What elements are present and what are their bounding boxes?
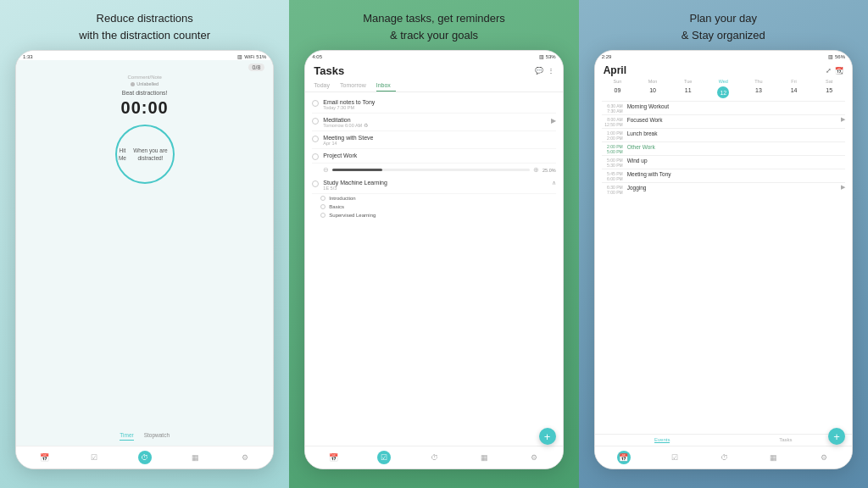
phone3: 2:29 ▥ 56% April ⤢ 📆 Sun Mon Tue <box>594 50 853 469</box>
panel3-title: Plan your day & Stay organized <box>666 0 781 50</box>
bottom-nav-1: 📅 ☑ ⏱ ▦ ⚙ <box>16 446 273 469</box>
fab-button[interactable]: + <box>539 428 556 445</box>
progress-pct: 25.0% <box>542 168 556 173</box>
task-checkbox[interactable] <box>312 180 319 187</box>
nav-calendar-icon[interactable]: 📅 <box>328 452 340 463</box>
tab-today[interactable]: Today <box>314 80 335 92</box>
nav-settings-icon[interactable]: ⚙ <box>528 452 540 463</box>
task-checkbox[interactable] <box>312 100 319 107</box>
status-bar-2: 4:05 ▥ 53% <box>305 51 562 60</box>
tab-events[interactable]: Events <box>654 437 670 443</box>
panel-distraction: Reduce distractions with the distraction… <box>0 0 289 488</box>
task-item: Project Work <box>312 149 555 164</box>
timer-display: 00:00 <box>121 98 169 118</box>
beat-text: Beat distractions! <box>122 90 168 96</box>
cal-bottom-tabs: Events Tasks <box>595 434 852 446</box>
nav-stats-icon[interactable]: ▦ <box>479 452 491 463</box>
cal-event-row: 6:30 PM7:00 PM Jogging ▶ <box>602 182 845 196</box>
phone2: 4:05 ▥ 53% Tasks 💬 ⋮ Today Tomorrow Inbo… <box>304 50 563 469</box>
nav-settings-icon[interactable]: ⚙ <box>239 452 251 463</box>
cal-week-days: Sun Mon Tue Wed Thu Fri Sat <box>595 79 852 86</box>
bottom-nav-2: 📅 ☑ ⏱ ▦ ⚙ <box>305 446 562 469</box>
cal-event-row: 2:00 PM5:00 PM Other Work <box>602 141 845 155</box>
tasks-tabs: Today Tomorrow Inbox <box>305 80 562 92</box>
progress-row: ⊖ ⊕ 25.0% <box>323 164 555 176</box>
cal-event-row: 6:30 AM7:30 AM Morning Workout <box>602 101 845 114</box>
subtask-checkbox[interactable] <box>320 204 326 209</box>
calendar-icon[interactable]: 📆 <box>835 67 843 75</box>
nav-settings-icon[interactable]: ⚙ <box>818 452 830 463</box>
task-item: Study Machine Learning 1E 5/3 ∧ <box>312 176 555 194</box>
nav-tasks-icon[interactable]: ☑ <box>377 451 391 464</box>
subtask-item: Introduction <box>312 194 555 202</box>
subtask-checkbox[interactable] <box>320 213 326 218</box>
tab-inbox[interactable]: Inbox <box>376 80 396 92</box>
nav-tasks-icon[interactable]: ☑ <box>88 452 100 463</box>
tab-stopwatch[interactable]: Stopwatch <box>144 432 170 441</box>
phone2-wrapper: 4:05 ▥ 53% Tasks 💬 ⋮ Today Tomorrow Inbo… <box>289 50 578 488</box>
tab-tomorrow[interactable]: Tomorrow <box>340 80 371 92</box>
cal-event-row: 1:00 PM2:00 PM Lunch break <box>602 128 845 141</box>
nav-timer-icon[interactable]: ⏱ <box>138 451 152 464</box>
timer-tabs: Timer Stopwatch <box>120 432 170 441</box>
play-icon[interactable]: ▶ <box>841 184 845 191</box>
cal-event-row: 5:00 PM5:30 PM Wind up <box>602 155 845 169</box>
progress-fill <box>332 169 381 171</box>
bottom-nav-3: 📅 ☑ ⏱ ▦ ⚙ <box>595 446 852 469</box>
status-bar-1: 1:33 ▥ WiFi 51% <box>16 51 273 60</box>
phone1: 1:33 ▥ WiFi 51% 0/8 Comment/Note Unlabel… <box>15 50 274 469</box>
subtask-checkbox[interactable] <box>320 196 326 201</box>
progress-bar <box>332 169 530 171</box>
label-pill: Unlabelled <box>131 81 159 86</box>
phone1-content: 0/8 Comment/Note Unlabelled Beat distrac… <box>16 60 273 446</box>
nav-stats-icon[interactable]: ▦ <box>189 452 201 463</box>
panel1-title: Reduce distractions with the distraction… <box>64 0 225 50</box>
hit-me-button[interactable]: Hit Me When you are distracted! <box>115 125 175 184</box>
task-checkbox[interactable] <box>312 153 319 160</box>
phone3-wrapper: 2:29 ▥ 56% April ⤢ 📆 Sun Mon Tue <box>579 50 868 488</box>
cal-events: 6:30 AM7:30 AM Morning Workout 8:00 AM12… <box>595 101 852 434</box>
phone1-wrapper: 1:33 ▥ WiFi 51% 0/8 Comment/Note Unlabel… <box>0 50 289 488</box>
task-checkbox[interactable] <box>312 136 319 142</box>
counter-badge: 0/8 <box>248 64 265 71</box>
tasks-header: Tasks 💬 ⋮ <box>305 60 562 80</box>
subtask-item: Supervised Learning <box>312 211 555 219</box>
nav-timer-icon[interactable]: ⏱ <box>718 452 730 463</box>
phone3-content: April ⤢ 📆 Sun Mon Tue Wed Thu Fri Sat <box>595 60 852 446</box>
subtask-item: Basics <box>312 202 555 211</box>
panel-tasks: Manage tasks, get reminders & track your… <box>289 0 578 488</box>
tab-tasks[interactable]: Tasks <box>779 437 792 443</box>
cal-event-row: 8:00 AM12:50 PM Focused Work ▶ <box>602 114 845 128</box>
more-icon[interactable]: ⋮ <box>548 67 554 75</box>
fab-button[interactable]: + <box>828 428 845 445</box>
cal-week-dates: 09 10 11 12 13 14 15 <box>595 86 852 101</box>
minus-btn[interactable]: ⊖ <box>323 166 329 174</box>
phone2-content: Tasks 💬 ⋮ Today Tomorrow Inbox <box>305 60 562 446</box>
expand-icon[interactable]: ⤢ <box>826 67 832 75</box>
task-item: Meditation Tomorrow 6:00 AM ♻ ▶ <box>312 114 555 131</box>
panel2-title: Manage tasks, get reminders & track your… <box>348 0 520 50</box>
tasks-title: Tasks <box>314 64 344 77</box>
nav-calendar-icon[interactable]: 📅 <box>617 451 631 464</box>
cal-month: April <box>604 64 626 76</box>
collapse-icon[interactable]: ∧ <box>552 180 556 186</box>
plus-btn[interactable]: ⊕ <box>533 166 539 174</box>
task-checkbox[interactable] <box>312 118 319 125</box>
play-icon[interactable]: ▶ <box>551 117 556 125</box>
play-icon[interactable]: ▶ <box>841 116 845 123</box>
nav-stats-icon[interactable]: ▦ <box>768 452 780 463</box>
chat-icon[interactable]: 💬 <box>535 67 543 75</box>
task-list: Email notes to Tony Today 7:30 PM Medita… <box>305 96 562 446</box>
comment-note: Comment/Note <box>127 75 161 80</box>
status-bar-3: 2:29 ▥ 56% <box>595 51 852 60</box>
nav-timer-icon[interactable]: ⏱ <box>429 452 441 463</box>
cal-event-row: 5:45 PM6:00 PM Meeting with Tony <box>602 169 845 182</box>
nav-calendar-icon[interactable]: 📅 <box>38 452 50 463</box>
tab-timer[interactable]: Timer <box>120 432 133 441</box>
panel-calendar: Plan your day & Stay organized 2:29 ▥ 56… <box>579 0 868 488</box>
task-item: Meeting with Steve Apr 14 <box>312 131 555 149</box>
task-item: Email notes to Tony Today 7:30 PM <box>312 96 555 114</box>
nav-tasks-icon[interactable]: ☑ <box>669 452 681 463</box>
cal-header: April ⤢ 📆 <box>595 60 852 79</box>
label-dot-icon <box>131 82 135 86</box>
